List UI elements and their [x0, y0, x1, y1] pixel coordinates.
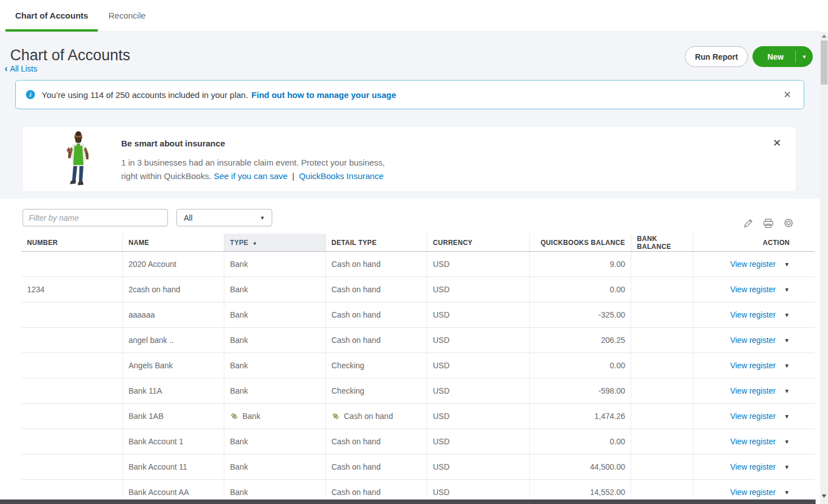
- chart-of-accounts-page: Chart of Accounts Reconcile Chart of Acc…: [0, 0, 828, 504]
- cell-currency: USD: [427, 353, 530, 378]
- table-row: angel bank .. Bank Cash on hand USD 206.…: [21, 328, 814, 353]
- view-register-link[interactable]: View register: [730, 437, 776, 446]
- column-header-bank-balance[interactable]: BANK BALANCE: [631, 234, 693, 251]
- cell-type: Bank: [224, 252, 326, 276]
- table-body: 2020 Account Bank Cash on hand USD 9.00 …: [21, 252, 814, 504]
- cell-type: Bank: [224, 429, 326, 454]
- cell-name: angel bank ..: [123, 328, 224, 353]
- filter-by-name-input[interactable]: [23, 209, 168, 226]
- row-action-caret-icon[interactable]: ▼: [784, 489, 790, 496]
- cell-detail-type: Cash on hand: [326, 277, 427, 302]
- vertical-scrollbar-track[interactable]: [820, 32, 828, 504]
- cell-detail-type: Cash on hand: [326, 328, 427, 353]
- cell-quickbooks-balance: 44,500.00: [530, 454, 631, 479]
- cell-action: View register ▼: [693, 454, 814, 479]
- cell-number: [21, 378, 123, 403]
- row-action-caret-icon[interactable]: ▼: [784, 287, 790, 293]
- cell-number: [21, 328, 123, 353]
- column-header-number[interactable]: NUMBER: [21, 234, 123, 251]
- cell-type: Bank: [224, 378, 326, 403]
- cell-quickbooks-balance: 0.00: [530, 353, 631, 378]
- cell-number: [21, 252, 123, 276]
- quickbooks-insurance-link[interactable]: QuickBooks Insurance: [299, 171, 383, 181]
- vertical-scrollbar-thumb[interactable]: [821, 41, 827, 84]
- new-button[interactable]: New ▼: [752, 46, 813, 67]
- view-register-link[interactable]: View register: [730, 386, 776, 395]
- insurance-line1: 1 in 3 businesses had an insurable claim…: [121, 158, 385, 167]
- column-header-name[interactable]: NAME: [123, 234, 224, 251]
- cell-bank-balance: [631, 302, 693, 327]
- row-action-caret-icon[interactable]: ▼: [784, 388, 790, 394]
- cell-type: Bank: [224, 302, 326, 327]
- cell-type: Bank: [224, 328, 326, 353]
- horizontal-scrollbar-thumb[interactable]: [0, 499, 816, 504]
- cell-quickbooks-balance: 1,474.26: [530, 404, 631, 429]
- row-action-caret-icon[interactable]: ▼: [784, 413, 790, 420]
- view-register-link[interactable]: View register: [730, 285, 776, 294]
- row-action-caret-icon[interactable]: ▼: [784, 363, 790, 369]
- column-header-type[interactable]: TYPE ▲: [224, 234, 326, 251]
- column-header-type-label: TYPE: [230, 239, 249, 247]
- column-header-quickbooks-balance[interactable]: QUICKBOOKS BALANCE: [530, 234, 631, 251]
- cell-action: View register ▼: [693, 328, 814, 353]
- table-row: Bank 1AB Bank Cash on hand USD 1,474.26 …: [21, 404, 814, 429]
- view-register-link[interactable]: View register: [730, 260, 776, 269]
- insurance-banner-close-icon[interactable]: ✕: [771, 135, 783, 151]
- column-header-currency[interactable]: CURRENCY: [427, 234, 530, 251]
- row-action-caret-icon[interactable]: ▼: [784, 261, 790, 267]
- table-row: Bank 11A Bank Checking USD -598.00 View …: [21, 378, 814, 404]
- cell-number: [21, 454, 123, 479]
- cell-detail-type: Cash on hand: [326, 404, 427, 429]
- view-register-link[interactable]: View register: [730, 310, 776, 319]
- swap-arrows-icon: [331, 413, 340, 420]
- cell-number: 1234: [21, 277, 123, 302]
- row-action-caret-icon[interactable]: ▼: [784, 337, 790, 344]
- cell-type: Bank: [224, 277, 326, 302]
- row-action-caret-icon[interactable]: ▼: [784, 464, 790, 470]
- cell-action: View register ▼: [693, 378, 814, 403]
- cell-bank-balance: [631, 252, 693, 276]
- cell-number: [21, 404, 123, 429]
- type-filter-dropdown[interactable]: All ▼: [176, 209, 272, 226]
- cell-quickbooks-balance: 9.00: [530, 252, 631, 276]
- view-register-link[interactable]: View register: [730, 412, 776, 421]
- cell-name: aaaaaa: [123, 302, 224, 327]
- row-action-caret-icon[interactable]: ▼: [784, 439, 790, 445]
- row-action-caret-icon[interactable]: ▼: [784, 312, 790, 318]
- table-row: 2020 Account Bank Cash on hand USD 9.00 …: [21, 252, 814, 277]
- cell-currency: USD: [427, 404, 530, 429]
- see-if-you-can-save-link[interactable]: See if you can save: [214, 171, 287, 181]
- scroll-up-arrow-icon[interactable]: [822, 34, 826, 38]
- view-register-link[interactable]: View register: [730, 462, 776, 471]
- swap-arrows-icon: [230, 413, 238, 420]
- new-dropdown-caret-icon[interactable]: ▼: [796, 54, 813, 60]
- run-report-button[interactable]: Run Report: [685, 46, 748, 67]
- cell-action: View register ▼: [693, 404, 814, 429]
- usage-banner-close-icon[interactable]: ✕: [781, 87, 794, 103]
- cell-bank-balance: [631, 454, 693, 479]
- column-header-detail-type[interactable]: DETAIL TYPE: [326, 234, 427, 251]
- view-register-link[interactable]: View register: [730, 336, 776, 345]
- table-toolbar: [743, 217, 794, 229]
- cell-number: [21, 353, 123, 378]
- cell-quickbooks-balance: 0.00: [530, 429, 631, 454]
- printer-icon[interactable]: [763, 218, 774, 229]
- pencil-icon[interactable]: [743, 218, 754, 229]
- table-header-row: NUMBER NAME TYPE ▲ DETAIL TYPE CURRENCY …: [21, 234, 814, 252]
- cell-type: Bank: [224, 404, 326, 429]
- cell-action: View register ▼: [693, 277, 814, 302]
- cell-type: Bank: [224, 353, 326, 378]
- tab-reconcile[interactable]: Reconcile: [98, 0, 156, 32]
- cell-currency: USD: [427, 429, 530, 454]
- scroll-down-arrow-icon[interactable]: [822, 494, 826, 498]
- manage-usage-link[interactable]: Find out how to manage your usage: [251, 90, 396, 100]
- gear-icon[interactable]: [783, 217, 794, 229]
- cell-quickbooks-balance: -598.00: [530, 378, 631, 403]
- view-register-link[interactable]: View register: [730, 361, 776, 370]
- all-lists-back-link[interactable]: ‹ All Lists: [5, 64, 37, 73]
- usage-info-banner: i You’re using 114 of 250 accounts inclu…: [15, 80, 804, 109]
- table-row: Angels Bank Bank Checking USD 0.00 View …: [21, 353, 814, 378]
- tab-chart-of-accounts[interactable]: Chart of Accounts: [5, 0, 98, 32]
- insurance-banner: Be smart about insurance 1 in 3 business…: [23, 127, 796, 191]
- view-register-link[interactable]: View register: [730, 488, 776, 497]
